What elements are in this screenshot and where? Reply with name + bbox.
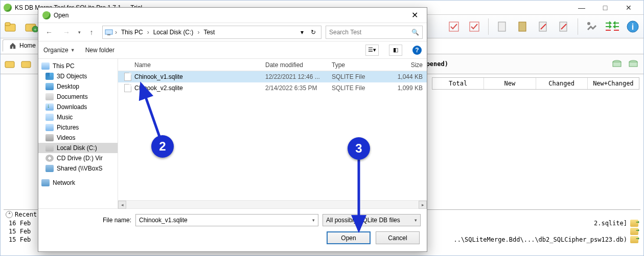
file-list: Name Date modified Type Size Chinook_v1.… — [118, 59, 427, 208]
log-action-icon[interactable] — [630, 220, 638, 227]
chevron-down-icon: ▼ — [71, 48, 75, 53]
help-button[interactable]: ? — [412, 46, 422, 55]
tree-label: Documents — [57, 93, 88, 100]
tree-item-cd-drive[interactable]: CD Drive (D:) Vir — [38, 153, 118, 163]
chevron-right-icon[interactable]: › — [147, 29, 149, 36]
tree-item-desktop[interactable]: Desktop — [38, 81, 118, 92]
db-icon-2[interactable] — [628, 59, 639, 69]
file-filter-combo[interactable]: All possibly SQLite DB files ▾ — [323, 214, 421, 226]
col-header-size[interactable]: Size — [384, 61, 427, 69]
chevron-right-icon[interactable]: › — [115, 29, 117, 36]
maximize-button[interactable]: □ — [593, 1, 617, 14]
tree-label: 3D Objects — [57, 73, 87, 80]
chevron-right-icon[interactable]: › — [197, 29, 199, 36]
breadcrumb[interactable]: Test — [201, 29, 217, 36]
nav-forward-button[interactable]: → — [60, 26, 73, 39]
toolbar-open-db1[interactable] — [3, 18, 20, 35]
dialog-close-button[interactable]: ✕ — [406, 9, 423, 22]
toolbar-script-1[interactable] — [494, 18, 511, 35]
col-header-name[interactable]: Name — [118, 61, 261, 69]
tree-item-pictures[interactable]: Pictures — [38, 122, 118, 133]
svg-rect-19 — [629, 62, 637, 67]
tree-item-this-pc[interactable]: This PC — [38, 61, 118, 71]
tree-item-shared[interactable]: Shared (\\VBoxS — [38, 163, 118, 174]
file-row[interactable]: Chinook_v1.sqlite 12/22/2021 12:46 ... S… — [118, 71, 427, 82]
toolbar-info[interactable]: i — [624, 18, 641, 35]
toolbar-check-red-1[interactable] — [445, 18, 463, 35]
documents-icon — [45, 93, 54, 100]
folder-tree[interactable]: This PC 3D Objects Desktop Documents Dow… — [38, 59, 118, 208]
log-text: ..\SQLiteMerge.Bdd\...\db2_SQLCipher_psw… — [453, 236, 627, 243]
log-text: 2.sqlite] — [594, 220, 627, 227]
chevron-down-icon: ▾ — [415, 218, 417, 223]
toolbar-sync-arrows[interactable] — [604, 18, 621, 35]
col-header-date[interactable]: Date modified — [261, 61, 328, 69]
nav-back-button[interactable]: ← — [42, 26, 56, 39]
toolbar-check-red-2[interactable] — [466, 18, 483, 35]
tree-item-3d-objects[interactable]: 3D Objects — [38, 71, 118, 81]
open-button[interactable]: Open — [327, 231, 371, 244]
db-icon-1[interactable] — [612, 59, 623, 69]
toolbar-settings[interactable] — [583, 18, 601, 35]
folder-pair-icon[interactable] — [21, 59, 32, 69]
organize-button[interactable]: Organize ▼ — [43, 47, 75, 54]
file-type: SQLITE File — [328, 84, 384, 92]
log-action-icon[interactable] — [630, 236, 638, 243]
dialog-footer: File name: ▾ All possibly SQLite DB file… — [38, 208, 427, 251]
minimize-button[interactable]: — — [570, 1, 593, 14]
breadcrumb[interactable]: Local Disk (C:) — [151, 29, 196, 36]
horizontal-scrollbar[interactable]: ◂ ▸ — [118, 200, 427, 208]
file-row[interactable]: Chinook_v2.sqlite 2/14/2022 6:35 PM SQLI… — [118, 82, 427, 94]
svg-rect-7 — [498, 22, 505, 31]
preview-pane-button[interactable]: ◧ — [389, 45, 402, 56]
close-button[interactable]: ✕ — [617, 1, 640, 14]
cancel-button[interactable]: Cancel — [376, 231, 420, 244]
breadcrumb[interactable]: This PC — [119, 29, 145, 36]
tree-item-music[interactable]: Music — [38, 112, 118, 122]
svg-text:i: i — [632, 23, 634, 31]
tree-item-videos[interactable]: Videos — [38, 133, 118, 143]
folder-icon[interactable] — [5, 59, 16, 69]
filename-combo[interactable]: ▾ — [135, 214, 318, 226]
home-icon — [9, 42, 16, 49]
search-box[interactable]: 🔍 — [326, 26, 423, 39]
toolbar-script-4[interactable] — [555, 18, 572, 35]
chevron-down-icon[interactable]: ▾ — [312, 218, 315, 223]
col-changed: Changed — [536, 78, 588, 89]
refresh-button[interactable]: ↻ — [308, 29, 319, 36]
search-input[interactable] — [329, 29, 411, 36]
tree-item-local-disk[interactable]: Local Disk (C:) — [38, 143, 118, 153]
dialog-body: This PC 3D Objects Desktop Documents Dow… — [38, 59, 427, 208]
nav-history-dropdown[interactable]: ▾ — [78, 30, 81, 35]
location-bar[interactable]: › This PC › Local Disk (C:) › Test ▾ ↻ — [102, 26, 321, 39]
tree-label: Local Disk (C:) — [57, 144, 97, 152]
file-icon — [124, 84, 131, 92]
tab-home-label: Home — [19, 42, 36, 49]
tree-item-downloads[interactable]: Downloads — [38, 102, 118, 112]
network-icon — [41, 179, 50, 186]
file-size: 1,044 KB — [384, 73, 427, 80]
view-mode-button[interactable]: ☰▾ — [365, 45, 379, 56]
filename-input[interactable] — [139, 217, 311, 224]
toolbar-script-2[interactable] — [514, 18, 532, 35]
collapse-icon[interactable]: ˄ — [6, 211, 13, 218]
scroll-right-button[interactable]: ▸ — [419, 201, 427, 209]
tree-item-network[interactable]: Network — [38, 178, 118, 188]
log-header-label: Recent — [15, 211, 37, 218]
new-folder-button[interactable]: New folder — [85, 47, 114, 54]
search-icon: 🔍 — [411, 29, 419, 36]
toolbar-script-3[interactable] — [535, 18, 552, 35]
nav-up-button[interactable]: ↑ — [85, 26, 98, 39]
scroll-left-button[interactable]: ◂ — [118, 201, 126, 209]
file-list-header[interactable]: Name Date modified Type Size — [118, 59, 427, 71]
pc-icon — [41, 62, 50, 70]
tree-item-documents[interactable]: Documents — [38, 92, 118, 102]
location-dropdown[interactable]: ▾ — [296, 29, 308, 36]
svg-rect-15 — [21, 61, 31, 68]
tree-label: Desktop — [57, 83, 79, 90]
log-action-icon[interactable] — [630, 228, 638, 235]
downloads-icon — [45, 103, 54, 111]
col-header-type[interactable]: Type — [328, 61, 384, 69]
tab-home[interactable]: Home — [3, 39, 42, 52]
log-time: 16 Feb — [9, 220, 31, 227]
